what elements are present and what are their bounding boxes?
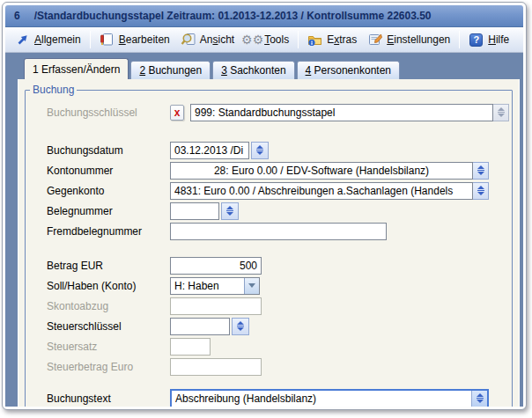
gegenkonto-input[interactable] [170,182,473,200]
kontonummer-label: Kontonummer [26,165,170,177]
row-belegnummer: Belegnummer [26,202,512,220]
tab-personenkonten[interactable]: 4 Personenkonten [297,61,400,79]
gegenkonto-label: Gegenkonto [26,185,170,197]
extras-menu-button[interactable]: Extras [302,30,362,49]
buchung-group: Buchung Buchungsschlüssel x Buchungsdatu… [25,84,513,407]
tools-label: Tools [264,33,289,46]
ansicht-menu-button[interactable]: Ansicht [175,30,240,49]
clear-icon[interactable]: x [170,105,184,121]
gegenkonto-spinner[interactable] [473,182,489,200]
steuerbetrag-label: Steuerbetrag Euro [26,361,170,373]
folder-icon [307,33,322,47]
soll-haben-label: Soll/Haben (Konto) [26,280,170,292]
tab-erfassen-aendern[interactable]: 1 Erfassen/Ändern [24,58,129,79]
einstellungen-label: Einstellungen [387,33,450,46]
bearbeiten-label: Bearbeiten [119,33,170,46]
buchungsschluessel-label: Buchungsschlüssel [26,106,170,119]
chevron-down-icon [248,283,255,288]
buchung-group-title: Buchung [30,84,77,96]
toolbar: Allgemein Bearbeiten Ansicht ⚙⚙ Tools Ex… [5,27,523,53]
buchungsschluessel-input[interactable] [190,104,493,121]
tab-strip: 1 Erfassen/Ändern 2 Buchungen 3 Sachkont… [18,58,520,79]
ansicht-label: Ansicht [200,33,234,46]
hilfe-label: Hilfe [488,33,509,46]
soll-haben-combobox[interactable]: H: Haben [170,277,260,295]
row-skontoabzug: Skontoabzug [26,297,512,315]
skontoabzug-label: Skontoabzug [26,300,170,312]
belegnummer-spinner[interactable] [221,202,239,220]
toolbar-separator [459,31,460,48]
help-icon: ? [469,33,484,47]
buchungsdatum-input[interactable] [170,142,249,159]
betrag-label: Betrag EUR [26,260,170,272]
steuersatz-label: Steuersatz [26,341,170,353]
belegnummer-input[interactable] [170,202,219,220]
buchungsdatum-label: Buchungsdatum [26,144,170,157]
betrag-input[interactable] [170,257,262,275]
fremdbelegnummer-label: Fremdbelegnummer [26,225,170,238]
settings-page-icon [367,33,382,47]
belegnummer-label: Belegnummer [26,205,170,217]
magnifier-icon [181,33,196,47]
row-buchungstext: Buchungstext [26,389,512,407]
steuersatz-input [170,338,211,356]
extras-label: Extras [327,33,357,46]
row-steuersatz: Steuersatz [26,337,512,356]
buchungstext-label: Buchungstext [26,392,170,405]
soll-haben-value: H: Haben [171,278,244,294]
einstellungen-menu-button[interactable]: Einstellungen [362,30,455,49]
row-soll-haben: Soll/Haben (Konto) H: Haben [26,276,512,295]
toolbar-separator [298,31,299,48]
row-buchungsdatum: Buchungsdatum [26,141,512,159]
window-title: /Standardbuchungsstapel Zeitraum: 01.201… [34,10,432,22]
soll-haben-dropdown-button[interactable] [244,278,259,294]
steuerschluessel-label: Steuerschlüssel [26,320,170,333]
buchungstext-input[interactable] [172,391,471,407]
row-buchungsschluessel: Buchungsschlüssel x [26,103,512,121]
allgemein-label: Allgemein [34,33,81,46]
allgemein-menu-button[interactable]: Allgemein [10,30,86,49]
buchungsdatum-spinner[interactable] [251,142,269,159]
row-steuerschluessel: Steuerschlüssel [26,317,512,335]
kontonummer-spinner[interactable] [473,162,489,180]
skontoabzug-input [170,297,262,315]
row-gegenkonto: Gegenkonto [26,181,512,200]
row-betrag: Betrag EUR [26,256,512,275]
row-kontonummer: Kontonummer [26,161,512,180]
steuerbetrag-input [170,358,262,376]
application-window: 6 /Standardbuchungsstapel Zeitraum: 01.2… [2,2,527,410]
tools-menu-button[interactable]: ⚙⚙ Tools [240,30,294,49]
edit-document-icon [100,33,115,47]
kontonummer-input[interactable] [170,162,473,180]
buchungstext-focus-frame [170,389,489,407]
row-steuerbetrag: Steuerbetrag Euro [26,357,512,376]
buchungsschluessel-spinner[interactable] [493,104,509,121]
window-body: 1 Erfassen/Ändern 2 Buchungen 3 Sachkont… [5,53,523,407]
hilfe-menu-button[interactable]: ? Hilfe [463,30,514,49]
steuerschluessel-spinner[interactable] [232,318,249,335]
tab-panel: Buchung Buchungsschlüssel x Buchungsdatu… [18,79,520,407]
bearbeiten-menu-button[interactable]: Bearbeiten [94,30,175,49]
gears-icon: ⚙⚙ [245,33,260,47]
arrow-ne-icon [15,33,30,47]
steuerschluessel-input[interactable] [170,318,230,335]
row-fremdbelegnummer: Fremdbelegnummer [26,222,512,240]
tab-sachkonten[interactable]: 3 Sachkonten [212,61,294,79]
titlebar: 6 /Standardbuchungsstapel Zeitraum: 01.2… [5,5,523,27]
window-number: 6 [14,10,20,22]
toolbar-separator [90,31,91,48]
fremdbelegnummer-input[interactable] [170,223,387,240]
tab-buchungen[interactable]: 2 Buchungen [130,61,211,79]
buchungstext-spinner[interactable] [471,391,487,407]
